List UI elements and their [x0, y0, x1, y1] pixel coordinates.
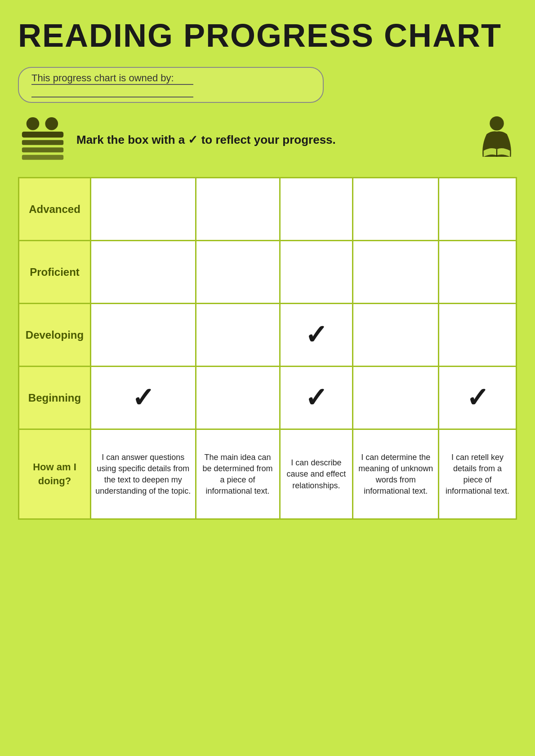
owner-bar: This progress chart is owned by: [18, 67, 324, 103]
check-developing-3: ✓ [305, 320, 327, 350]
cell-proficient-5[interactable] [439, 241, 517, 304]
cell-advanced-1[interactable] [91, 178, 196, 241]
cell-howami-5: I can retell key details from a piece of… [439, 429, 517, 519]
cell-advanced-5[interactable] [439, 178, 517, 241]
cell-beginning-4[interactable] [353, 367, 439, 429]
svg-point-0 [27, 117, 40, 130]
cell-advanced-3[interactable] [280, 178, 353, 241]
row-advanced: Advanced [19, 178, 517, 241]
check-beginning-3: ✓ [305, 383, 327, 413]
cell-advanced-2[interactable] [196, 178, 280, 241]
cell-developing-1[interactable] [91, 304, 196, 367]
svg-point-6 [490, 116, 504, 131]
cell-howami-4: I can determine the meaning of unknown w… [353, 429, 439, 519]
svg-rect-4 [22, 148, 63, 153]
owner-label: This progress chart is owned by: [31, 72, 193, 85]
check-beginning-1: ✓ [132, 383, 154, 413]
level-howami: How am I doing? [19, 429, 91, 519]
row-developing: Developing ✓ [19, 304, 517, 367]
owner-name-line [31, 85, 193, 97]
cell-proficient-4[interactable] [353, 241, 439, 304]
cell-proficient-2[interactable] [196, 241, 280, 304]
page-title: READING PROGRESS CHART [18, 18, 517, 53]
level-proficient: Proficient [19, 241, 91, 304]
instruction-text: Mark the box with a ✓ to reflect your pr… [67, 133, 477, 147]
row-beginning: Beginning ✓ ✓ ✓ [19, 367, 517, 429]
cell-beginning-1[interactable]: ✓ [91, 367, 196, 429]
cell-howami-1: I can answer questions using specific de… [91, 429, 196, 519]
teacher-icon [18, 117, 67, 163]
level-beginning: Beginning [19, 367, 91, 429]
cell-developing-4[interactable] [353, 304, 439, 367]
cell-proficient-3[interactable] [280, 241, 353, 304]
svg-point-1 [45, 117, 58, 130]
check-beginning-5: ✓ [466, 383, 489, 413]
cell-developing-5[interactable] [439, 304, 517, 367]
level-advanced: Advanced [19, 178, 91, 241]
cell-proficient-1[interactable] [91, 241, 196, 304]
svg-rect-2 [22, 132, 63, 137]
cell-advanced-4[interactable] [353, 178, 439, 241]
row-proficient: Proficient [19, 241, 517, 304]
cell-beginning-3[interactable]: ✓ [280, 367, 353, 429]
cell-howami-2: The main idea can be determined from a p… [196, 429, 280, 519]
svg-rect-5 [22, 155, 63, 160]
svg-rect-3 [22, 140, 63, 145]
reader-icon [477, 116, 517, 164]
icons-instruction-row: Mark the box with a ✓ to reflect your pr… [18, 116, 517, 164]
cell-beginning-5[interactable]: ✓ [439, 367, 517, 429]
cell-howami-3: I can describe cause and effect relation… [280, 429, 353, 519]
cell-developing-3[interactable]: ✓ [280, 304, 353, 367]
row-howami: How am I doing? I can answer questions u… [19, 429, 517, 519]
level-developing: Developing [19, 304, 91, 367]
cell-developing-2[interactable] [196, 304, 280, 367]
cell-beginning-2[interactable] [196, 367, 280, 429]
progress-chart-table: Advanced Proficient Developing ✓ [18, 177, 517, 520]
